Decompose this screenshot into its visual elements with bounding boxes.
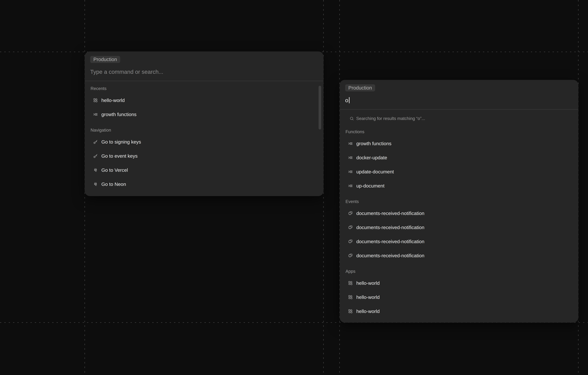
list-item[interactable]: up-document — [340, 179, 578, 193]
app-icon — [348, 309, 353, 314]
environment-badge-label: Production — [93, 57, 117, 62]
palette-header: Production o — [340, 80, 578, 110]
list-item-label: documents-received-notification — [356, 253, 424, 258]
palette-header: Production Type a command or search... — [85, 51, 324, 81]
list-item-label: documents-received-notification — [356, 211, 424, 216]
environment-badge-label: Production — [348, 85, 372, 91]
environment-badge: Production — [90, 56, 120, 63]
command-list: Searching for results matching “o”... Fu… — [340, 111, 578, 318]
list-item-label: docker-update — [356, 155, 387, 161]
list-item[interactable]: update-document — [340, 165, 578, 179]
list-item-label: documents-received-notification — [356, 225, 424, 230]
event-icon — [348, 225, 353, 230]
command-input[interactable]: Type a command or search... — [90, 68, 318, 75]
list-item-label: hello-world — [356, 309, 380, 314]
app-icon — [93, 98, 98, 103]
list-item[interactable]: hello-world — [340, 276, 578, 290]
list-item[interactable]: hello-world — [340, 304, 578, 318]
function-icon — [93, 112, 98, 117]
list-item-label: hello-world — [101, 98, 125, 103]
search-status-row: Searching for results matching “o”... — [340, 111, 578, 126]
command-input[interactable]: o — [345, 97, 572, 104]
function-icon — [348, 141, 353, 146]
section-header: Events — [340, 198, 578, 206]
list-item[interactable]: Go to event keys — [85, 149, 324, 163]
app-icon — [348, 295, 353, 300]
command-input-placeholder: Type a command or search... — [90, 69, 163, 75]
list-item-label: Go to Vercel — [101, 167, 128, 173]
list-item-label: Go to event keys — [101, 153, 137, 159]
list-item[interactable]: Go to Vercel — [85, 163, 324, 177]
text-cursor — [349, 97, 349, 103]
list-item-label: up-document — [356, 183, 384, 189]
command-palette-default: Production Type a command or search... R… — [85, 51, 324, 196]
command-palette-searching: Production o Searching for results match… — [340, 80, 578, 323]
function-icon — [348, 169, 353, 174]
command-input-value: o — [345, 97, 348, 103]
environment-badge: Production — [345, 84, 375, 91]
list-item[interactable]: Go to Neon — [85, 177, 324, 191]
list-item[interactable]: Go to signing keys — [85, 135, 324, 149]
list-item[interactable]: growth functions — [85, 107, 324, 122]
list-item[interactable]: hello-world — [340, 290, 578, 304]
list-item-label: Go to signing keys — [101, 139, 141, 145]
list-item[interactable]: growth functions — [340, 137, 578, 151]
list-item[interactable]: docker-update — [340, 151, 578, 165]
list-item[interactable]: documents-received-notification — [340, 206, 578, 220]
list-item[interactable]: documents-received-notification — [340, 249, 578, 263]
list-item-label: update-document — [356, 169, 394, 175]
search-status-text: Searching for results matching “o”... — [356, 116, 425, 121]
key-icon — [93, 154, 98, 158]
function-icon — [348, 183, 353, 188]
section-header: Recents — [85, 85, 324, 92]
app-icon — [348, 281, 353, 285]
command-list: Recents hello-world growth functions Nav… — [85, 85, 324, 191]
event-icon — [348, 239, 353, 244]
scrollbar-thumb[interactable] — [319, 86, 321, 130]
event-icon — [348, 253, 353, 258]
search-icon — [350, 116, 354, 121]
list-item-label: documents-received-notification — [356, 239, 424, 244]
event-icon — [348, 211, 353, 216]
list-item-label: Go to Neon — [101, 182, 126, 187]
list-item[interactable]: documents-received-notification — [340, 220, 578, 234]
section-header: Apps — [340, 267, 578, 275]
plug-icon — [93, 168, 98, 172]
list-item-label: growth functions — [101, 112, 136, 117]
function-icon — [348, 155, 353, 160]
section-header: Functions — [340, 128, 578, 136]
list-item-label: hello-world — [356, 280, 380, 286]
key-icon — [93, 140, 98, 144]
list-item[interactable]: documents-received-notification — [340, 234, 578, 249]
list-item-label: growth functions — [356, 141, 391, 146]
list-item-label: hello-world — [356, 294, 380, 300]
plug-icon — [93, 182, 98, 187]
list-item[interactable]: hello-world — [85, 93, 324, 107]
section-header: Navigation — [85, 126, 324, 134]
